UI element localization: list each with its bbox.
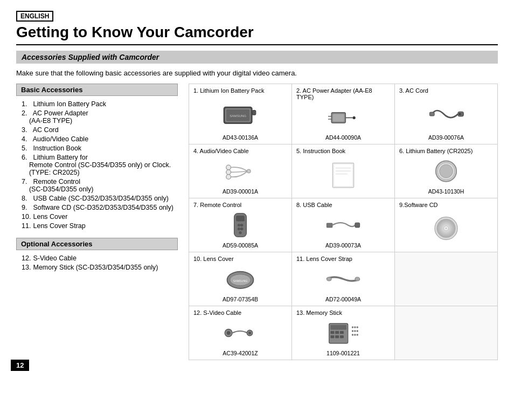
cell-code: AD39-00073A — [325, 242, 361, 249]
usb-cable-icon — [324, 210, 362, 240]
accessory-cell-1: 1. Lithium Ion Battery Pack SAMSUNG AD43… — [189, 84, 292, 144]
svg-point-57 — [354, 326, 356, 328]
page-number: 12 — [11, 360, 29, 371]
svg-point-61 — [357, 330, 359, 332]
basic-list: 1. Lithium Ion Battery Pack 2. AC Power … — [16, 100, 178, 230]
accessory-cell-5: 5. Instruction Book — [292, 144, 395, 198]
svg-point-45 — [227, 331, 231, 335]
cell-label: 11. Lens Cover Strap — [296, 256, 352, 262]
svg-rect-49 — [330, 325, 346, 330]
svg-point-56 — [352, 326, 354, 328]
svg-rect-50 — [330, 331, 334, 334]
accessory-cell-9: 9.Software CD — [395, 198, 498, 252]
cell-code: AD39-00001A — [223, 188, 258, 195]
cell-code: AD59-00085A — [223, 242, 258, 249]
cell-image — [296, 156, 390, 192]
cell-image — [296, 264, 390, 294]
cell-image — [193, 156, 287, 186]
cell-code: AD72-00049A — [325, 296, 361, 302]
cell-label: 6. Lithium Battery (CR2025) — [399, 148, 473, 154]
battery-icon: SAMSUNG — [221, 99, 259, 129]
list-item: 5. Instruction Book — [19, 144, 178, 152]
left-column: Basic Accessories 1. Lithium Ion Battery… — [16, 84, 178, 360]
cell-label: 5. Instruction Book — [296, 148, 345, 154]
optional-list: 12. S-Video Cable 13. Memory Stick (SC-D… — [16, 254, 178, 271]
accessory-cell-2: 2. AC Power Adapter (AA-E8 TYPE) AD44-00… — [292, 84, 395, 144]
lang-badge: ENGLISH — [16, 11, 53, 22]
svg-point-32 — [239, 231, 241, 234]
list-item: 12. S-Video Cable — [19, 254, 178, 262]
cell-label: 8. USB Cable — [296, 202, 332, 208]
svg-point-63 — [354, 334, 356, 336]
content-area: Basic Accessories 1. Lithium Ion Battery… — [16, 84, 498, 360]
svg-point-31 — [240, 228, 243, 230]
svg-rect-19 — [334, 164, 353, 187]
basic-header: Basic Accessories — [16, 84, 178, 96]
svg-point-25 — [440, 164, 453, 178]
accessory-cell-3: 3. AC Cord AD39-00076A — [395, 84, 498, 144]
cell-label: 1. Lithium Ion Battery Pack — [193, 87, 264, 94]
accessory-cell-13: 13. Memory Stick — [292, 306, 395, 360]
book-icon — [324, 160, 362, 189]
svg-rect-34 — [355, 223, 360, 228]
svg-rect-27 — [236, 216, 245, 222]
svg-rect-55 — [340, 335, 344, 338]
accessory-cell-7: 7. Remote Control AD59-00085A — [189, 198, 292, 252]
svg-point-59 — [352, 330, 354, 332]
svg-text:SAMSUNG: SAMSUNG — [233, 279, 248, 283]
svg-text:SAMSUNG: SAMSUNG — [230, 114, 246, 118]
cell-label: 7. Remote Control — [193, 202, 241, 208]
cell-code: AD39-00076A — [428, 134, 464, 141]
svg-rect-6 — [333, 114, 344, 121]
remote-icon — [221, 210, 259, 240]
accessory-cell-empty2 — [395, 306, 498, 360]
cell-image: SAMSUNG — [193, 264, 287, 294]
svideo-icon — [221, 318, 259, 348]
list-item: 13. Memory Stick (SC-D353/D354/D355 only… — [19, 264, 178, 271]
svg-point-16 — [226, 175, 231, 180]
svg-point-8 — [353, 116, 356, 119]
svg-point-43 — [355, 277, 360, 281]
page-title: Getting to Know Your Camcorder — [16, 24, 498, 45]
svg-point-17 — [247, 169, 251, 173]
cell-image — [193, 210, 287, 240]
lens-cover-icon: SAMSUNG — [221, 264, 259, 294]
cell-code: AD43-10130H — [428, 188, 464, 195]
adapter-icon — [324, 102, 362, 132]
accessory-cell-10: 10. Lens Cover SAMSUNG AD97-07354B — [189, 252, 292, 306]
svg-point-15 — [226, 170, 231, 175]
list-item: 4. Audio/Video Cable — [19, 135, 178, 143]
accessory-cell-4: 4. Audio/Video Cable AD39-00001A — [189, 144, 292, 198]
section-header: Accessories Supplied with Camcorder — [16, 51, 498, 64]
accessory-cell-8: 8. USB Cable AD39-00073A — [292, 198, 395, 252]
coin-battery-icon — [427, 156, 465, 186]
svg-rect-1 — [252, 111, 256, 115]
cell-code: AD97-07354B — [223, 296, 258, 302]
strap-icon — [324, 264, 362, 294]
svg-point-38 — [445, 228, 447, 230]
list-item: 11. Lens Cover Strap — [19, 222, 178, 230]
list-item: 10. Lens Cover — [19, 213, 178, 221]
svg-point-28 — [238, 224, 240, 226]
svg-rect-53 — [330, 335, 334, 338]
cord-icon — [427, 99, 465, 129]
svg-rect-11 — [429, 112, 434, 116]
list-item: 6. Lithium Battery for Remote Control (S… — [19, 154, 178, 176]
svg-point-60 — [354, 330, 356, 332]
accessory-cell-11: 11. Lens Cover Strap AD72-00049A — [292, 252, 395, 306]
cell-image — [296, 318, 390, 348]
list-item: 2. AC Power Adapter (AA-E8 TYPE) — [19, 109, 178, 125]
cell-label: 2. AC Power Adapter (AA-E8 TYPE) — [296, 87, 390, 100]
list-item: 1. Lithium Ion Battery Pack — [19, 100, 178, 108]
svg-point-13 — [459, 113, 461, 115]
svg-point-30 — [238, 228, 240, 230]
cell-code: AD43-00136A — [223, 134, 258, 141]
cd-icon — [427, 214, 465, 243]
cell-image — [399, 210, 493, 246]
right-column: 1. Lithium Ion Battery Pack SAMSUNG AD43… — [189, 84, 498, 360]
cell-image — [296, 210, 390, 240]
cell-label: 9.Software CD — [399, 202, 438, 208]
cell-image — [399, 96, 493, 132]
svg-point-47 — [248, 332, 251, 334]
svg-rect-54 — [335, 335, 339, 338]
